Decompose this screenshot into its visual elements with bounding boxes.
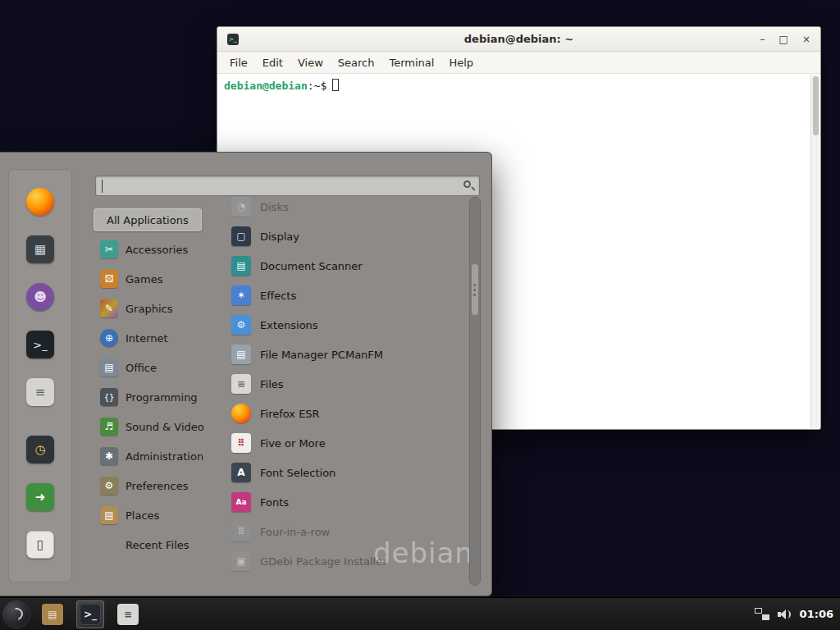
category-list: All Applications ✂ Accessories ⚄ Games ✎… (94, 205, 223, 559)
category-item[interactable]: ▤ Places (94, 500, 223, 530)
category-label: Accessories (126, 244, 188, 256)
category-icon: ♬ (100, 418, 118, 436)
favorite-item[interactable]: ☻ (24, 281, 57, 313)
category-item[interactable]: ⚄ Games (94, 264, 223, 294)
category-item[interactable]: ⚙ Preferences (94, 471, 223, 500)
network-icon[interactable] (755, 608, 769, 620)
favorite-item[interactable] (24, 185, 57, 218)
terminal-menu-item[interactable]: File (222, 53, 255, 72)
session-item[interactable]: ➜ (24, 481, 57, 514)
terminal-menu-item[interactable]: Terminal (381, 53, 441, 72)
app-list-scrollbar[interactable] (469, 197, 481, 586)
favorite-item[interactable]: ▦ (24, 233, 57, 266)
terminal-cursor (332, 79, 339, 91)
category-item[interactable]: ▤ Office (94, 353, 223, 382)
terminal-menu-item[interactable]: Help (441, 53, 481, 72)
file-manager-icon: ▤ (42, 604, 63, 625)
application-menu: ▦ ☻ >_ ≡ ◷ (0, 152, 492, 596)
category-item[interactable]: Recent Files (94, 530, 223, 559)
category-label: Recent Files (126, 539, 189, 551)
taskbar-item[interactable]: ≡ (114, 600, 142, 628)
app-icon: A (231, 463, 251, 482)
firefox-icon (26, 188, 54, 216)
logout-icon: ➜ (26, 483, 54, 511)
purple-mascot-icon: ☻ (26, 283, 54, 311)
app-item[interactable]: ▣ GDebi Package Installer (220, 546, 466, 576)
category-icon: ✱ (100, 447, 118, 465)
app-label: Files (260, 378, 284, 390)
desktop: >_ debian@debian: ~ – □ × File Edit View… (0, 0, 840, 630)
app-item[interactable]: ◔ Disks (220, 192, 466, 221)
favorite-item[interactable]: ≡ (24, 376, 57, 409)
app-icon: ⚙ (231, 315, 251, 335)
terminal-scrollbar-thumb[interactable] (813, 76, 819, 135)
app-icon: ▤ (231, 345, 251, 364)
menu-button[interactable] (2, 600, 30, 628)
app-label: Fonts (260, 496, 289, 509)
terminal-titlebar[interactable]: >_ debian@debian: ~ – □ × (217, 27, 820, 52)
app-label: Document Scanner (260, 260, 363, 272)
app-label: Four-in-a-row (260, 526, 330, 538)
category-item[interactable]: {} Programming (94, 382, 223, 412)
app-item[interactable]: Aa Fonts (220, 487, 466, 517)
image-viewer-icon: ▦ (26, 235, 54, 263)
search-icon (463, 180, 471, 188)
app-icon (231, 404, 251, 423)
app-icon: ▣ (231, 551, 251, 571)
text-editor-icon: ≡ (117, 604, 139, 625)
app-label: Disks (260, 201, 289, 213)
category-item[interactable]: ✂ Accessories (94, 235, 223, 264)
taskbar: ▤ >_ ≡ (39, 600, 142, 628)
favorite-item[interactable]: >_ (24, 328, 57, 361)
app-item[interactable]: ≡ Files (220, 369, 466, 399)
category-item[interactable]: ♬ Sound & Video (94, 412, 223, 441)
app-item[interactable]: A Font Selection (220, 458, 466, 487)
minimize-icon[interactable]: – (760, 34, 765, 44)
taskbar-item[interactable]: >_ (76, 600, 104, 628)
category-icon: ⚙ (100, 477, 118, 495)
category-label: All Applications (107, 214, 189, 226)
close-icon[interactable]: × (802, 34, 810, 44)
session-item[interactable]: ◷ (24, 433, 57, 466)
prompt-path: :~$ (308, 80, 326, 92)
terminal-icon: >_ (26, 331, 54, 358)
category-label: Places (126, 509, 159, 522)
category-label: Games (126, 273, 162, 285)
clock[interactable]: 01:06 (800, 608, 833, 620)
terminal-menu-item[interactable]: Edit (255, 53, 290, 72)
session-item[interactable]: ▯ (24, 528, 57, 561)
text-caret (102, 180, 103, 193)
app-list-scrollbar-thumb[interactable] (472, 264, 478, 315)
app-item[interactable]: ▢ Display (220, 221, 466, 251)
app-item[interactable]: ⠿ Four-in-a-row (220, 517, 466, 546)
app-item[interactable]: ▤ Document Scanner (220, 251, 466, 281)
maximize-icon[interactable]: □ (779, 34, 788, 44)
terminal-menu-item[interactable]: View (290, 53, 331, 72)
app-icon: ⠿ (231, 522, 251, 541)
app-label: Firefox ESR (260, 408, 320, 420)
category-item[interactable]: ✱ Administration (94, 441, 223, 471)
terminal-scrollbar[interactable] (810, 75, 819, 428)
app-item[interactable]: ⠿ Five or More (220, 428, 466, 458)
app-item[interactable]: Firefox ESR (220, 399, 466, 428)
category-icon: ▤ (100, 506, 118, 524)
terminal-menu-item[interactable]: Search (331, 53, 382, 72)
category-item[interactable]: All Applications (94, 208, 202, 231)
category-item[interactable]: ✎ Graphics (94, 294, 223, 323)
terminal-window-title: debian@debian: ~ (217, 33, 820, 45)
category-item[interactable]: ⊕ Internet (94, 323, 223, 353)
category-icon: ▤ (100, 358, 118, 377)
app-item[interactable]: ✶ Effects (220, 281, 466, 310)
session-buttons: ◷ ➜ ▯ (8, 433, 72, 561)
app-icon: ≡ (231, 374, 251, 394)
app-icon: ▤ (231, 256, 251, 276)
app-label: File Manager PCManFM (260, 349, 383, 361)
app-item[interactable]: ▤ File Manager PCManFM (220, 340, 466, 369)
category-label: Preferences (126, 480, 188, 492)
volume-icon[interactable] (778, 608, 792, 621)
app-icon: ◔ (231, 197, 251, 217)
application-list: ◔ Disks ▢ Display ▤ Document Scanner ✶ E… (220, 192, 466, 592)
category-icon: ⚄ (100, 270, 118, 288)
taskbar-item[interactable]: ▤ (39, 600, 66, 628)
app-item[interactable]: ⚙ Extensions (220, 310, 466, 340)
